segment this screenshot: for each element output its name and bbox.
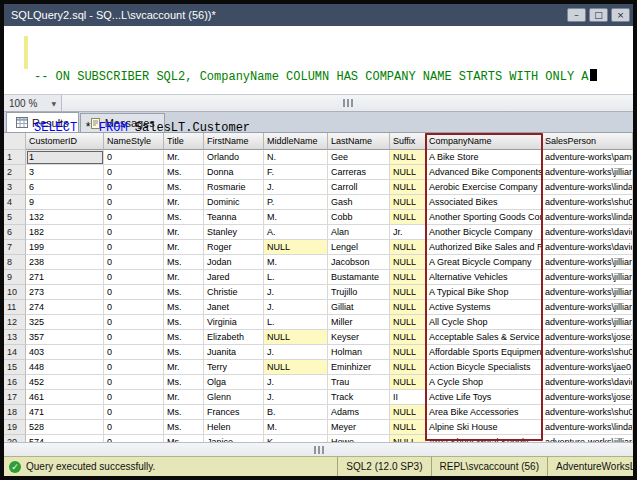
cell-suffix[interactable]: NULL: [390, 360, 426, 375]
cell-companyname[interactable]: Aerobic Exercise Company: [426, 180, 542, 195]
cell-middlename[interactable]: J.: [264, 180, 328, 195]
cell-firstname[interactable]: Rosmarie: [204, 180, 264, 195]
grid-hscrollbar[interactable]: [4, 443, 633, 456]
cell-lastname[interactable]: Jacobson: [328, 255, 390, 270]
cell-namestyle[interactable]: 0: [104, 150, 164, 165]
cell-title[interactable]: Ms.: [164, 405, 204, 420]
select-all-corner[interactable]: [4, 133, 26, 150]
cell-salesperson[interactable]: adventure-works\jae0: [542, 360, 633, 375]
cell-title[interactable]: Ms.: [164, 255, 204, 270]
cell-salesperson[interactable]: adventure-works\linda3: [542, 210, 633, 225]
cell-firstname[interactable]: Dominic: [204, 195, 264, 210]
cell-customerid[interactable]: 357: [26, 330, 104, 345]
cell-salesperson[interactable]: adventure-works\pamela0: [542, 150, 633, 165]
cell-salesperson[interactable]: adventure-works\david8: [542, 225, 633, 240]
cell-customerid[interactable]: 274: [26, 300, 104, 315]
cell-lastname[interactable]: Carreras: [328, 165, 390, 180]
cell-title[interactable]: Ms.: [164, 180, 204, 195]
minimize-button[interactable]: –: [567, 8, 586, 22]
cell-title[interactable]: Mr.: [164, 270, 204, 285]
cell-lastname[interactable]: Trujillo: [328, 285, 390, 300]
cell-salesperson[interactable]: adventure-works\david8: [542, 240, 633, 255]
cell-lastname[interactable]: Alan: [328, 225, 390, 240]
cell-lastname[interactable]: Gash: [328, 195, 390, 210]
cell-suffix[interactable]: NULL: [390, 345, 426, 360]
cell-salesperson[interactable]: adventure-works\jillian0: [542, 270, 633, 285]
cell-suffix[interactable]: NULL: [390, 330, 426, 345]
cell-middlename[interactable]: M.: [264, 420, 328, 435]
cell-lastname[interactable]: Meyer: [328, 420, 390, 435]
cell-customerid[interactable]: 403: [26, 345, 104, 360]
cell-salesperson[interactable]: adventure-works\jose1: [542, 390, 633, 405]
cell-suffix[interactable]: NULL: [390, 420, 426, 435]
cell-firstname[interactable]: Frances: [204, 405, 264, 420]
cell-customerid[interactable]: 452: [26, 375, 104, 390]
cell-title[interactable]: Mr.: [164, 195, 204, 210]
column-header-lastname[interactable]: LastName: [328, 133, 390, 150]
maximize-button[interactable]: □: [589, 8, 608, 22]
cell-namestyle[interactable]: 0: [104, 255, 164, 270]
row-number[interactable]: 17: [4, 390, 26, 405]
cell-customerid[interactable]: 574: [26, 435, 104, 442]
cell-middlename[interactable]: M.: [264, 255, 328, 270]
cell-lastname[interactable]: Holman: [328, 345, 390, 360]
column-header-suffix[interactable]: Suffix: [390, 133, 426, 150]
cell-companyname[interactable]: Associated Bikes: [426, 195, 542, 210]
cell-namestyle[interactable]: 0: [104, 435, 164, 442]
cell-suffix[interactable]: NULL: [390, 195, 426, 210]
cell-namestyle[interactable]: 0: [104, 420, 164, 435]
row-number[interactable]: 8: [4, 255, 26, 270]
cell-suffix[interactable]: NULL: [390, 240, 426, 255]
cell-customerid[interactable]: 471: [26, 405, 104, 420]
cell-suffix[interactable]: II: [390, 390, 426, 405]
cell-firstname[interactable]: Christie: [204, 285, 264, 300]
cell-companyname[interactable]: A Typical Bike Shop: [426, 285, 542, 300]
cell-lastname[interactable]: Bustamante: [328, 270, 390, 285]
cell-companyname[interactable]: Alternative Vehicles: [426, 270, 542, 285]
cell-companyname[interactable]: Alpine Ski House: [426, 420, 542, 435]
row-number[interactable]: 11: [4, 300, 26, 315]
editor-hscrollbar[interactable]: [62, 95, 633, 111]
cell-companyname[interactable]: Active Life Toys: [426, 390, 542, 405]
cell-namestyle[interactable]: 0: [104, 330, 164, 345]
cell-namestyle[interactable]: 0: [104, 195, 164, 210]
row-number[interactable]: 9: [4, 270, 26, 285]
cell-firstname[interactable]: Elizabeth: [204, 330, 264, 345]
cell-firstname[interactable]: Donna: [204, 165, 264, 180]
cell-salesperson[interactable]: adventure-works\shu0: [542, 195, 633, 210]
row-number[interactable]: 18: [4, 405, 26, 420]
column-header-middlename[interactable]: MiddleName: [264, 133, 328, 150]
row-number[interactable]: 20: [4, 435, 26, 442]
cell-customerid[interactable]: 238: [26, 255, 104, 270]
cell-companyname[interactable]: Area Bike Accessories: [426, 405, 542, 420]
cell-suffix[interactable]: NULL: [390, 300, 426, 315]
cell-lastname[interactable]: Eminhizer: [328, 360, 390, 375]
cell-customerid[interactable]: 9: [26, 195, 104, 210]
cell-companyname[interactable]: Affordable Sports Equipment: [426, 345, 542, 360]
cell-middlename[interactable]: M.: [264, 210, 328, 225]
cell-customerid[interactable]: 182: [26, 225, 104, 240]
cell-lastname[interactable]: Carroll: [328, 180, 390, 195]
cell-namestyle[interactable]: 0: [104, 180, 164, 195]
cell-companyname[interactable]: Active Systems: [426, 300, 542, 315]
cell-title[interactable]: Ms.: [164, 210, 204, 225]
cell-customerid[interactable]: 461: [26, 390, 104, 405]
cell-namestyle[interactable]: 0: [104, 405, 164, 420]
cell-lastname[interactable]: Adams: [328, 405, 390, 420]
cell-salesperson[interactable]: adventure-works\jillian0: [542, 255, 633, 270]
cell-suffix[interactable]: NULL: [390, 315, 426, 330]
cell-suffix[interactable]: NULL: [390, 165, 426, 180]
cell-salesperson[interactable]: adventure-works\jose1: [542, 330, 633, 345]
title-bar[interactable]: SQLQuery2.sql - SQ...L\svcaccount (56))*…: [4, 4, 633, 26]
cell-lastname[interactable]: Howe: [328, 435, 390, 442]
cell-middlename[interactable]: B.: [264, 405, 328, 420]
cell-companyname[interactable]: Acceptable Sales & Service: [426, 330, 542, 345]
cell-customerid[interactable]: 448: [26, 360, 104, 375]
cell-namestyle[interactable]: 0: [104, 285, 164, 300]
cell-middlename[interactable]: J.: [264, 390, 328, 405]
cell-companyname[interactable]: Area Sheet Metal Supply: [426, 435, 542, 442]
cell-companyname[interactable]: A Great Bicycle Company: [426, 255, 542, 270]
cell-lastname[interactable]: Gilliat: [328, 300, 390, 315]
cell-lastname[interactable]: Cobb: [328, 210, 390, 225]
cell-salesperson[interactable]: adventure-works\david8: [542, 375, 633, 390]
